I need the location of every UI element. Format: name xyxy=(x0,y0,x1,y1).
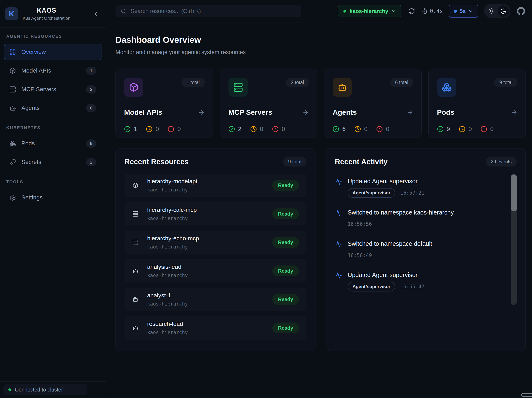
recent-activity-panel: Recent Activity 29 events Updated Agent … xyxy=(326,148,526,351)
sidebar-item-label: Agents xyxy=(21,105,40,111)
sidebar-item-settings[interactable]: Settings xyxy=(4,189,101,206)
resource-name: hierarchy-calc-mcp xyxy=(147,206,197,213)
ready-count: 9 xyxy=(437,126,450,133)
resource-row[interactable]: hierarchy-modelapi kaos-hierarchy Ready xyxy=(125,174,306,197)
app-name: KAOS xyxy=(23,7,70,14)
status-badge: Ready xyxy=(272,265,299,276)
sidebar-item-model-apis[interactable]: Model APIs 1 xyxy=(4,63,101,79)
card-title: Pods xyxy=(437,108,455,116)
boxes-icon xyxy=(9,140,16,147)
activity-item: Switched to namespace default 16:56:49 xyxy=(335,240,500,260)
resource-row[interactable]: analyst-1 kaos-hierarchy Ready xyxy=(125,288,306,311)
resource-row[interactable]: research-lead kaos-hierarchy Ready xyxy=(125,316,306,340)
total-badge: 9 total xyxy=(283,157,306,167)
ready-count: 6 xyxy=(333,126,346,133)
namespace-value: kaos-hierarchy xyxy=(349,8,388,14)
stat-card-mcp-servers[interactable]: 2 total MCP Servers 2 0 0 xyxy=(220,69,317,138)
sidebar-item-label: MCP Servers xyxy=(21,86,56,93)
count-badge: 2 xyxy=(86,85,96,94)
card-title: MCP Servers xyxy=(228,108,272,116)
sidebar-item-mcp-servers[interactable]: MCP Servers 2 xyxy=(4,81,101,97)
resource-name: analysis-lead xyxy=(147,263,188,270)
search-bar[interactable] xyxy=(115,5,301,17)
pending-count: 0 xyxy=(355,126,367,133)
activity-item: Updated Agent supervisor Agent/superviso… xyxy=(335,177,500,198)
horizontal-scrollbar[interactable] xyxy=(521,393,532,397)
app-root: K KAOS K8s Agent Orchestration AGENTIC R… xyxy=(0,0,532,398)
cluster-status: Connected to cluster xyxy=(3,384,87,395)
clock-icon xyxy=(250,126,257,132)
check-circle-icon xyxy=(333,126,339,132)
panel-title: Recent Activity xyxy=(335,157,388,166)
count-badge: 2 xyxy=(86,158,96,166)
namespace-selector[interactable]: kaos-hierarchy xyxy=(338,5,401,17)
pending-count: 0 xyxy=(459,126,472,133)
activity-scrollbar-track[interactable] xyxy=(511,174,517,305)
count-badge: 9 xyxy=(86,140,96,148)
key-icon xyxy=(9,159,16,166)
panel-title: Recent Resources xyxy=(125,157,189,166)
activity-text: Switched to namespace default xyxy=(348,240,432,247)
status-badge: Ready xyxy=(272,237,299,248)
ready-count: 2 xyxy=(228,126,241,133)
server-icon xyxy=(233,82,243,92)
sidebar-item-label: Secrets xyxy=(21,159,41,166)
page-title: Dashboard Overview xyxy=(115,35,526,45)
activity-scrollbar-thumb[interactable] xyxy=(511,174,517,211)
status-badge: Ready xyxy=(272,208,299,219)
boxes-icon xyxy=(442,82,451,92)
stat-card-agents[interactable]: 6 total Agents 6 0 0 xyxy=(324,69,422,138)
activity-text: Updated Agent supervisor xyxy=(348,271,425,279)
resource-namespace: kaos-hierarchy xyxy=(147,330,188,335)
topbar: kaos-hierarchy 0.4s 5s xyxy=(106,0,532,22)
failed-count: 0 xyxy=(272,126,285,133)
light-theme-button[interactable] xyxy=(486,6,497,17)
alert-circle-icon xyxy=(481,126,487,132)
activity-icon xyxy=(335,210,342,216)
recent-resources-panel: Recent Resources 9 total hierarchy-model… xyxy=(115,148,316,351)
status-badge: Ready xyxy=(272,294,299,305)
github-link[interactable] xyxy=(516,6,526,16)
sidebar-item-agents[interactable]: Agents 6 xyxy=(4,100,101,116)
sidebar-item-pods[interactable]: Pods 9 xyxy=(4,135,101,152)
resource-row[interactable]: hierarchy-calc-mcp kaos-hierarchy Ready xyxy=(125,202,306,225)
activity-time: 16:56:56 xyxy=(348,221,372,227)
nav-section-agentic-resources: AGENTIC RESOURCES xyxy=(6,34,99,39)
dark-theme-button[interactable] xyxy=(498,6,509,17)
resource-list: hierarchy-modelapi kaos-hierarchy Ready … xyxy=(125,174,306,340)
stat-card-model-apis[interactable]: 1 total Model APIs 1 0 0 xyxy=(115,69,213,138)
cluster-status-text: Connected to cluster xyxy=(15,387,63,393)
box-icon xyxy=(9,68,16,74)
resource-row[interactable]: analysis-lead kaos-hierarchy Ready xyxy=(125,259,306,282)
clock-icon xyxy=(146,126,152,132)
arrow-right-icon xyxy=(407,109,413,116)
refresh-interval-selector[interactable]: 5s xyxy=(449,5,478,18)
count-badge: 6 xyxy=(86,104,96,112)
resource-row[interactable]: hierarchy-echo-mcp kaos-hierarchy Ready xyxy=(125,231,306,254)
sidebar-item-secrets[interactable]: Secrets 2 xyxy=(4,154,101,170)
arrow-right-icon xyxy=(302,109,309,116)
server-icon xyxy=(9,86,16,93)
resource-namespace: kaos-hierarchy xyxy=(147,216,197,221)
stat-card-pods[interactable]: 9 total Pods 9 0 0 xyxy=(428,69,526,138)
pending-count: 0 xyxy=(250,126,263,133)
resource-namespace: kaos-hierarchy xyxy=(147,301,188,307)
sidebar: K KAOS K8s Agent Orchestration AGENTIC R… xyxy=(0,0,106,398)
resource-name: analyst-1 xyxy=(147,292,188,299)
total-badge: 6 total xyxy=(390,77,413,87)
moon-icon xyxy=(500,8,507,14)
nav-section-tools: TOOLS xyxy=(6,180,99,184)
activity-item: Updated Agent supervisor Agent/superviso… xyxy=(335,271,500,291)
refresh-button[interactable] xyxy=(407,7,416,15)
activity-text: Updated Agent supervisor xyxy=(348,177,425,185)
alert-circle-icon xyxy=(272,126,279,132)
search-icon xyxy=(120,8,127,14)
activity-text: Switched to namespace kaos-hierarchy xyxy=(348,209,454,216)
bot-icon xyxy=(133,268,138,274)
clock-icon xyxy=(355,126,361,132)
sidebar-collapse-button[interactable] xyxy=(91,9,100,18)
alert-circle-icon xyxy=(168,126,174,132)
status-badge: Ready xyxy=(272,322,299,334)
sidebar-item-overview[interactable]: Overview xyxy=(4,44,101,60)
search-input[interactable] xyxy=(130,8,296,15)
